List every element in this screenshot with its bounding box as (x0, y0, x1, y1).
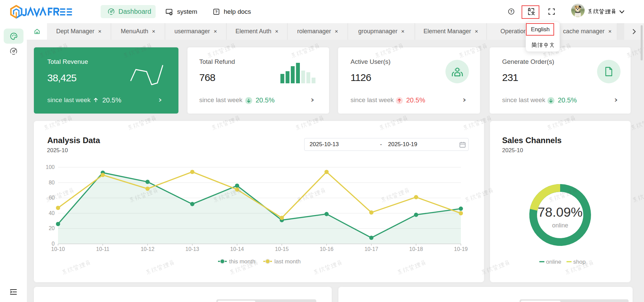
svg-text:0: 0 (52, 241, 55, 247)
svg-text:online: online (552, 222, 568, 229)
svg-text:100: 100 (46, 164, 55, 170)
svg-text:78.09%: 78.09% (538, 205, 583, 219)
svg-text:60: 60 (49, 195, 55, 201)
svg-text:shop: shop (573, 259, 586, 265)
svg-text:10-15: 10-15 (275, 246, 289, 252)
svg-text:10-13: 10-13 (185, 246, 199, 252)
svg-text:10-10: 10-10 (51, 246, 65, 252)
svg-text:10-19: 10-19 (454, 246, 468, 252)
svg-text:10-17: 10-17 (365, 246, 378, 252)
svg-text:10-11: 10-11 (96, 246, 110, 252)
svg-text:10-18: 10-18 (409, 246, 423, 252)
svg-text:40: 40 (49, 210, 55, 216)
svg-text:20: 20 (49, 225, 55, 231)
svg-text:10-14: 10-14 (230, 246, 244, 252)
svg-text:10-12: 10-12 (141, 246, 154, 252)
svg-text:80: 80 (49, 180, 55, 185)
svg-text:online: online (546, 259, 561, 265)
svg-text:this month: this month (229, 258, 255, 265)
svg-text:?: ? (215, 10, 218, 14)
svg-text:?: ? (510, 9, 513, 13)
svg-text:last month: last month (274, 258, 301, 265)
svg-text:10-16: 10-16 (320, 246, 333, 252)
